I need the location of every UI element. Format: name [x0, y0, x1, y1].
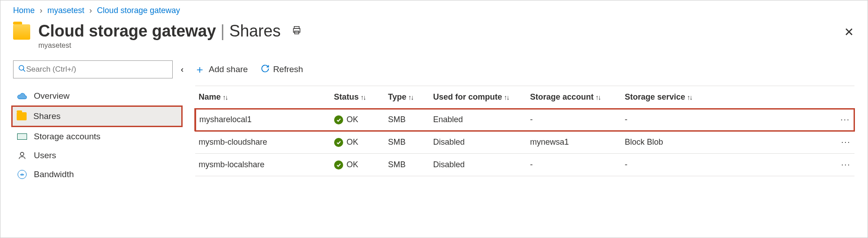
- ok-icon: [334, 115, 343, 124]
- svg-point-5: [20, 152, 24, 156]
- refresh-label: Refresh: [273, 64, 303, 74]
- cell-account: mynewsa1: [527, 131, 621, 154]
- breadcrumb: Home › myasetest › Cloud storage gateway: [0, 0, 868, 18]
- column-header-status[interactable]: Status↑↓: [331, 86, 385, 109]
- more-options-icon[interactable]: ···: [832, 131, 854, 154]
- ok-icon: [334, 160, 343, 169]
- add-share-label: Add share: [209, 64, 248, 74]
- sort-icon: ↑↓: [504, 93, 509, 101]
- sidebar: ‹‹ Overview Shares Storage accounts: [0, 60, 185, 184]
- sort-icon: ↑↓: [361, 93, 366, 101]
- sort-icon: ↑↓: [687, 93, 692, 101]
- svg-point-3: [19, 65, 24, 70]
- cell-compute: Disabled: [430, 154, 527, 176]
- sort-icon: ↑↓: [223, 93, 228, 101]
- cell-status: OK: [334, 160, 381, 169]
- cell-status: OK: [334, 115, 381, 124]
- cell-name: mysmb-localshare: [195, 154, 331, 176]
- chevron-right-icon: ›: [40, 6, 42, 15]
- page-title: Cloud storage gateway | Shares: [38, 22, 281, 41]
- shares-table: Name↑↓ Status↑↓ Type↑↓ Used for compute↑…: [194, 86, 855, 176]
- cell-type: SMB: [385, 109, 430, 131]
- sort-icon: ↑↓: [408, 93, 413, 101]
- chevron-right-icon: ›: [89, 6, 92, 15]
- cell-account: -: [527, 109, 621, 131]
- search-icon: [18, 64, 26, 75]
- sidebar-item-label: Overview: [34, 91, 69, 101]
- sidebar-item-label: Users: [34, 151, 56, 160]
- cell-compute: Disabled: [430, 131, 527, 154]
- command-bar: ＋ Add share Refresh: [194, 60, 855, 86]
- sort-icon: ↑↓: [596, 93, 601, 101]
- cell-name: mysmb-cloudshare: [195, 131, 331, 154]
- sidebar-item-users[interactable]: Users: [13, 146, 181, 165]
- cell-type: SMB: [385, 131, 430, 154]
- breadcrumb-link[interactable]: Cloud storage gateway: [97, 6, 180, 15]
- cloud-icon: [17, 92, 28, 100]
- cell-status: OK: [334, 137, 381, 147]
- column-header-name[interactable]: Name↑↓: [195, 86, 331, 109]
- search-input[interactable]: [26, 65, 168, 74]
- folder-icon: [16, 112, 27, 120]
- column-header-account[interactable]: Storage account↑↓: [527, 86, 621, 109]
- ok-icon: [334, 138, 343, 147]
- subtitle: myasetest: [38, 41, 302, 50]
- bandwidth-icon: [17, 170, 28, 179]
- table-row[interactable]: mysmb-cloudshare OK SMB Disabled mynewsa…: [195, 131, 854, 154]
- cell-service: -: [621, 154, 832, 176]
- cell-service: Block Blob: [621, 131, 832, 154]
- refresh-button[interactable]: Refresh: [261, 64, 303, 75]
- sidebar-item-label: Shares: [33, 111, 60, 121]
- more-options-icon[interactable]: ···: [832, 154, 854, 176]
- folder-icon: [13, 24, 30, 40]
- cell-service: -: [621, 109, 832, 131]
- cell-account: -: [527, 154, 621, 176]
- svg-line-4: [23, 69, 25, 72]
- print-icon[interactable]: [292, 25, 302, 37]
- column-header-type[interactable]: Type↑↓: [385, 86, 430, 109]
- sidebar-item-storage-accounts[interactable]: Storage accounts: [13, 127, 181, 146]
- column-header-service[interactable]: Storage service↑↓: [621, 86, 832, 109]
- close-icon[interactable]: ✕: [844, 26, 854, 38]
- breadcrumb-link[interactable]: Home: [13, 6, 35, 15]
- cell-compute: Enabled: [430, 109, 527, 131]
- cell-name: mysharelocal1: [195, 109, 331, 131]
- user-icon: [17, 151, 28, 160]
- sidebar-item-shares[interactable]: Shares: [11, 105, 183, 127]
- sidebar-item-overview[interactable]: Overview: [13, 87, 181, 105]
- cell-type: SMB: [385, 154, 430, 176]
- add-share-button[interactable]: ＋ Add share: [194, 62, 248, 77]
- refresh-icon: [261, 64, 270, 75]
- more-options-icon[interactable]: ···: [832, 109, 854, 131]
- table-row[interactable]: mysmb-localshare OK SMB Disabled - - ···: [195, 154, 854, 176]
- disk-icon: [17, 133, 28, 140]
- sidebar-item-label: Bandwidth: [34, 169, 74, 179]
- page-header: Cloud storage gateway | Shares myasetest…: [0, 18, 868, 60]
- plus-icon: ＋: [194, 62, 205, 77]
- column-header-compute[interactable]: Used for compute↑↓: [430, 86, 527, 109]
- sidebar-item-label: Storage accounts: [34, 132, 101, 142]
- breadcrumb-link[interactable]: myasetest: [47, 6, 84, 15]
- table-row[interactable]: mysharelocal1 OK SMB Enabled - - ···: [195, 109, 854, 131]
- main-content: ＋ Add share Refresh Name↑↓ Status↑↓ Type…: [185, 60, 868, 184]
- sidebar-item-bandwidth[interactable]: Bandwidth: [13, 165, 181, 184]
- search-box[interactable]: [13, 60, 173, 78]
